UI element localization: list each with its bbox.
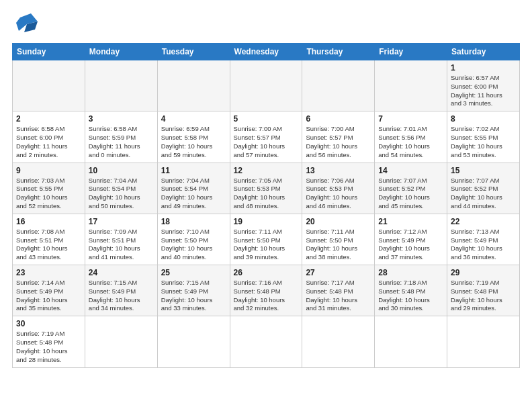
weekday-header-saturday: Saturday — [447, 44, 520, 60]
weekday-row: SundayMondayTuesdayWednesdayThursdayFrid… — [13, 44, 520, 60]
calendar-cell: 20Sunrise: 7:11 AM Sunset: 5:50 PM Dayli… — [302, 214, 375, 265]
calendar-cell: 13Sunrise: 7:06 AM Sunset: 5:53 PM Dayli… — [302, 163, 375, 214]
day-number: 18 — [161, 217, 226, 226]
calendar-cell: 19Sunrise: 7:11 AM Sunset: 5:50 PM Dayli… — [230, 214, 302, 265]
day-info: Sunrise: 7:15 AM Sunset: 5:49 PM Dayligh… — [89, 279, 154, 313]
calendar-body: 1Sunrise: 6:57 AM Sunset: 6:00 PM Daylig… — [13, 60, 520, 368]
calendar-cell: 12Sunrise: 7:05 AM Sunset: 5:53 PM Dayli… — [230, 163, 302, 214]
day-number: 12 — [234, 166, 299, 175]
day-number: 8 — [451, 114, 516, 124]
day-info: Sunrise: 7:10 AM Sunset: 5:50 PM Dayligh… — [161, 228, 226, 262]
calendar-cell: 30Sunrise: 7:19 AM Sunset: 5:48 PM Dayli… — [13, 316, 85, 367]
calendar-cell: 5Sunrise: 7:00 AM Sunset: 5:57 PM Daylig… — [230, 111, 302, 163]
calendar-cell — [375, 60, 447, 111]
day-number: 22 — [451, 217, 516, 226]
day-number: 26 — [234, 268, 299, 277]
day-number: 1 — [451, 63, 516, 73]
calendar-cell: 17Sunrise: 7:09 AM Sunset: 5:51 PM Dayli… — [85, 214, 157, 265]
calendar-cell: 25Sunrise: 7:15 AM Sunset: 5:49 PM Dayli… — [157, 265, 230, 316]
day-number: 24 — [89, 268, 154, 277]
calendar-cell: 22Sunrise: 7:13 AM Sunset: 5:49 PM Dayli… — [447, 214, 520, 265]
calendar-cell: 8Sunrise: 7:02 AM Sunset: 5:55 PM Daylig… — [447, 111, 520, 163]
calendar-cell: 28Sunrise: 7:18 AM Sunset: 5:48 PM Dayli… — [375, 265, 447, 316]
day-info: Sunrise: 6:59 AM Sunset: 5:58 PM Dayligh… — [161, 125, 226, 159]
calendar-cell — [302, 316, 375, 367]
day-number: 6 — [306, 114, 371, 124]
day-number: 25 — [161, 268, 226, 277]
calendar-cell: 23Sunrise: 7:14 AM Sunset: 5:49 PM Dayli… — [13, 265, 85, 316]
calendar-cell: 1Sunrise: 6:57 AM Sunset: 6:00 PM Daylig… — [447, 60, 520, 111]
calendar-week-1: 1Sunrise: 6:57 AM Sunset: 6:00 PM Daylig… — [13, 60, 520, 111]
day-info: Sunrise: 7:09 AM Sunset: 5:51 PM Dayligh… — [89, 228, 154, 262]
calendar-week-3: 9Sunrise: 7:03 AM Sunset: 5:55 PM Daylig… — [13, 163, 520, 214]
day-info: Sunrise: 7:19 AM Sunset: 5:48 PM Dayligh… — [451, 279, 516, 313]
day-number: 20 — [306, 217, 371, 226]
day-info: Sunrise: 7:19 AM Sunset: 5:48 PM Dayligh… — [16, 330, 81, 364]
day-info: Sunrise: 7:04 AM Sunset: 5:54 PM Dayligh… — [89, 177, 154, 211]
day-number: 17 — [89, 217, 154, 226]
weekday-header-tuesday: Tuesday — [157, 44, 230, 60]
day-info: Sunrise: 7:06 AM Sunset: 5:53 PM Dayligh… — [306, 177, 371, 211]
calendar-cell — [302, 60, 375, 111]
header — [12, 12, 520, 36]
day-number: 4 — [161, 114, 226, 124]
day-info: Sunrise: 7:12 AM Sunset: 5:49 PM Dayligh… — [378, 228, 443, 262]
calendar-cell: 16Sunrise: 7:08 AM Sunset: 5:51 PM Dayli… — [13, 214, 85, 265]
day-info: Sunrise: 7:07 AM Sunset: 5:52 PM Dayligh… — [378, 177, 443, 211]
calendar-cell: 21Sunrise: 7:12 AM Sunset: 5:49 PM Dayli… — [375, 214, 447, 265]
day-info: Sunrise: 7:02 AM Sunset: 5:55 PM Dayligh… — [451, 125, 516, 159]
calendar-cell — [447, 316, 520, 367]
day-number: 9 — [16, 166, 81, 175]
day-number: 5 — [234, 114, 299, 124]
calendar-cell — [375, 316, 447, 367]
day-info: Sunrise: 7:11 AM Sunset: 5:50 PM Dayligh… — [306, 228, 371, 262]
calendar-cell: 15Sunrise: 7:07 AM Sunset: 5:52 PM Dayli… — [447, 163, 520, 214]
calendar-cell: 14Sunrise: 7:07 AM Sunset: 5:52 PM Dayli… — [375, 163, 447, 214]
calendar-cell: 2Sunrise: 6:58 AM Sunset: 6:00 PM Daylig… — [13, 111, 85, 163]
calendar-header: SundayMondayTuesdayWednesdayThursdayFrid… — [13, 44, 520, 60]
calendar-table: SundayMondayTuesdayWednesdayThursdayFrid… — [12, 43, 520, 368]
day-number: 23 — [16, 268, 81, 277]
weekday-header-monday: Monday — [85, 44, 157, 60]
logo-icon — [12, 12, 42, 36]
day-number: 3 — [89, 114, 154, 124]
calendar-cell — [230, 60, 302, 111]
page: SundayMondayTuesdayWednesdayThursdayFrid… — [0, 0, 532, 411]
weekday-header-wednesday: Wednesday — [230, 44, 302, 60]
day-info: Sunrise: 7:11 AM Sunset: 5:50 PM Dayligh… — [234, 228, 299, 262]
day-info: Sunrise: 7:16 AM Sunset: 5:48 PM Dayligh… — [234, 279, 299, 313]
day-info: Sunrise: 7:15 AM Sunset: 5:49 PM Dayligh… — [161, 279, 226, 313]
calendar-cell — [13, 60, 85, 111]
calendar-cell: 26Sunrise: 7:16 AM Sunset: 5:48 PM Dayli… — [230, 265, 302, 316]
calendar-cell: 10Sunrise: 7:04 AM Sunset: 5:54 PM Dayli… — [85, 163, 157, 214]
day-info: Sunrise: 7:05 AM Sunset: 5:53 PM Dayligh… — [234, 177, 299, 211]
weekday-header-thursday: Thursday — [302, 44, 375, 60]
day-number: 21 — [378, 217, 443, 226]
weekday-header-sunday: Sunday — [13, 44, 85, 60]
calendar-cell: 11Sunrise: 7:04 AM Sunset: 5:54 PM Dayli… — [157, 163, 230, 214]
calendar-week-5: 23Sunrise: 7:14 AM Sunset: 5:49 PM Dayli… — [13, 265, 520, 316]
day-info: Sunrise: 7:00 AM Sunset: 5:57 PM Dayligh… — [234, 125, 299, 159]
calendar-cell — [157, 316, 230, 367]
logo — [12, 12, 44, 36]
calendar-cell — [230, 316, 302, 367]
day-number: 28 — [378, 268, 443, 277]
calendar-cell: 7Sunrise: 7:01 AM Sunset: 5:56 PM Daylig… — [375, 111, 447, 163]
day-info: Sunrise: 7:00 AM Sunset: 5:57 PM Dayligh… — [306, 125, 371, 159]
calendar-cell: 9Sunrise: 7:03 AM Sunset: 5:55 PM Daylig… — [13, 163, 85, 214]
calendar-cell: 18Sunrise: 7:10 AM Sunset: 5:50 PM Dayli… — [157, 214, 230, 265]
day-info: Sunrise: 7:18 AM Sunset: 5:48 PM Dayligh… — [378, 279, 443, 313]
day-info: Sunrise: 6:58 AM Sunset: 5:59 PM Dayligh… — [89, 125, 154, 159]
calendar-cell: 27Sunrise: 7:17 AM Sunset: 5:48 PM Dayli… — [302, 265, 375, 316]
day-number: 30 — [16, 319, 81, 328]
calendar-week-6: 30Sunrise: 7:19 AM Sunset: 5:48 PM Dayli… — [13, 316, 520, 367]
day-number: 14 — [378, 166, 443, 175]
day-info: Sunrise: 7:08 AM Sunset: 5:51 PM Dayligh… — [16, 228, 81, 262]
day-info: Sunrise: 7:07 AM Sunset: 5:52 PM Dayligh… — [451, 177, 516, 211]
day-number: 10 — [89, 166, 154, 175]
day-info: Sunrise: 6:57 AM Sunset: 6:00 PM Dayligh… — [451, 74, 516, 108]
day-info: Sunrise: 7:01 AM Sunset: 5:56 PM Dayligh… — [378, 125, 443, 159]
day-number: 16 — [16, 217, 81, 226]
calendar-week-4: 16Sunrise: 7:08 AM Sunset: 5:51 PM Dayli… — [13, 214, 520, 265]
day-number: 29 — [451, 268, 516, 277]
